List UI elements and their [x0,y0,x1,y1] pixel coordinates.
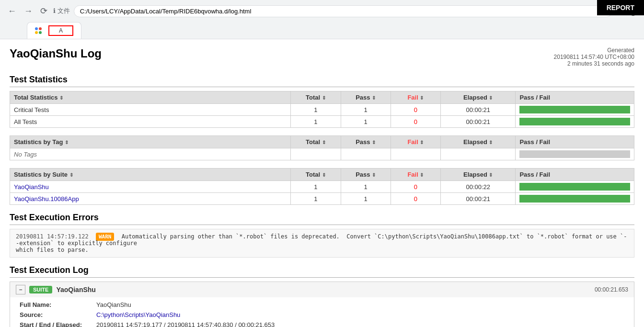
browser-chrome: ← → ⟳ ℹ 文件 ☆ ⚫ A [0,0,644,39]
table-row: YaoQianShu 1 1 0 00:00:22 [10,181,634,193]
active-tab[interactable]: A [27,22,81,39]
collapse-button[interactable]: − [16,285,25,294]
suite-table-header-fail[interactable]: Fail ⇕ [391,169,440,181]
elapsed-label: Start / End / Elapsed: [20,321,96,327]
execution-errors-heading: Test Execution Errors [10,213,634,225]
suite-badge: SUITE [29,286,52,293]
suite-link[interactable]: YaoQianShu.10086App [14,195,79,203]
report-button[interactable]: REPORT [597,0,644,15]
suite-table-header-elapsed[interactable]: Elapsed ⇕ [441,169,516,181]
no-tags-label: No Tags [10,148,291,160]
table-row: All Tests 1 1 0 00:00:21 [10,116,634,128]
row-pass: 1 [341,181,391,193]
tag-table-header-name[interactable]: Statistics by Tag ⇕ [10,136,291,148]
detail-elapsed: Start / End / Elapsed: 20190811 14:57:19… [20,321,624,327]
page-title-area: YaoQianShu Log Generated 20190811 14:57:… [10,47,634,67]
row-total: 1 [291,104,341,116]
table-row: YaoQianShu.10086App 1 1 0 00:00:21 [10,193,634,205]
tab-title: A [59,27,63,34]
row-total: 1 [291,116,341,128]
row-name: Critical Tests [10,104,291,116]
tag-table-header-pass[interactable]: Pass ⇕ [341,136,391,148]
forward-button[interactable]: → [22,4,34,18]
fullname-label: Full Name: [20,301,96,308]
suite-block: − SUITE YaoQianShu 00:00:21.653 Full Nam… [10,282,634,327]
tab-search-box[interactable]: A [48,25,73,36]
security-icon: ℹ 文件 [53,7,70,15]
source-link[interactable]: C:\python\Scripts\YaoQianShu [96,311,180,318]
address-bar[interactable] [80,8,606,15]
reload-button[interactable]: ⟳ [38,4,49,18]
row-passbar [516,181,634,193]
total-table-header-elapsed[interactable]: Elapsed ⇕ [441,91,516,104]
row-total: 1 [291,193,341,205]
suite-header: − SUITE YaoQianShu 00:00:21.653 [10,282,634,297]
detail-fullname: Full Name: YaoQianShu [20,301,624,308]
no-tags-bar [519,150,630,158]
row-pass: 1 [341,104,391,116]
tag-statistics-table: Statistics by Tag ⇕ Total ⇕ Pass ⇕ Fail … [10,135,634,160]
row-elapsed: 00:00:22 [441,181,516,193]
row-total: 1 [291,181,341,193]
row-pass: 1 [341,193,391,205]
suite-statistics-table: Statistics by Suite ⇕ Total ⇕ Pass ⇕ Fai… [10,168,634,205]
fullname-value: YaoQianShu [96,301,131,308]
row-fail: 0 [391,116,440,128]
suite-link[interactable]: YaoQianShu [14,183,49,191]
suite-name: YaoQianShu [56,286,95,293]
tab-bar: A [0,22,644,39]
row-fail: 0 [391,181,440,193]
tag-table-header-total[interactable]: Total ⇕ [291,136,341,148]
browser-toolbar: ← → ⟳ ℹ 文件 ☆ ⚫ [0,0,644,22]
errors-container: 20190811 14:57:19.122 WARN Automatically… [10,229,634,258]
elapsed-value: 20190811 14:57:19.177 / 20190811 14:57:4… [96,321,275,327]
suite-table-header-pass[interactable]: Pass ⇕ [341,169,391,181]
error-entry: 20190811 14:57:19.122 WARN Automatically… [10,229,634,258]
suite-header-left: − SUITE YaoQianShu [16,285,96,294]
generated-ago: 2 minutes 31 seconds ago [554,60,634,67]
suite-table-header-name[interactable]: Statistics by Suite ⇕ [10,169,291,181]
table-row: Critical Tests 1 1 0 00:00:21 [10,104,634,116]
row-elapsed: 00:00:21 [441,104,516,116]
generated-time: 20190811 14:57:40 UTC+08:00 [554,54,634,60]
generated-info: Generated 20190811 14:57:40 UTC+08:00 2 … [554,47,634,67]
total-table-header-passbar: Pass / Fail [516,91,634,104]
row-fail: 0 [391,104,440,116]
row-pass: 1 [341,116,391,128]
suite-time: 00:00:21.653 [595,286,628,293]
back-button[interactable]: ← [6,4,18,18]
tag-table-header-elapsed[interactable]: Elapsed ⇕ [441,136,516,148]
execution-log-heading: Test Execution Log [10,265,634,278]
source-label: Source: [20,311,96,318]
tag-table-header-passbar: Pass / Fail [516,136,634,148]
row-passbar [516,116,634,128]
test-statistics-heading: Test Statistics [10,75,634,87]
page-title: YaoQianShu Log [10,47,102,60]
log-container: − SUITE YaoQianShu 00:00:21.653 Full Nam… [10,282,634,327]
total-statistics-table: Total Statistics ⇕ Total ⇕ Pass ⇕ Fail ⇕… [10,91,634,128]
row-passbar [516,104,634,116]
total-table-header-fail[interactable]: Fail ⇕ [391,91,440,104]
row-elapsed: 00:00:21 [441,116,516,128]
detail-source: Source: C:\python\Scripts\YaoQianShu [20,311,624,318]
row-passbar [516,193,634,205]
error-timestamp: 20190811 14:57:19.122 [16,233,89,240]
favicon [35,27,45,34]
generated-label: Generated [554,47,634,54]
suite-table-header-passbar: Pass / Fail [516,169,634,181]
row-name: YaoQianShu.10086App [10,193,291,205]
row-name: YaoQianShu [10,181,291,193]
page-content: YaoQianShu Log Generated 20190811 14:57:… [0,39,644,327]
row-fail: 0 [391,193,440,205]
suite-details: Full Name: YaoQianShu Source: C:\python\… [10,297,634,327]
tag-table-header-fail[interactable]: Fail ⇕ [391,136,440,148]
total-table-header-pass[interactable]: Pass ⇕ [341,91,391,104]
suite-table-header-total[interactable]: Total ⇕ [291,169,341,181]
row-name: All Tests [10,116,291,128]
no-tags-row: No Tags [10,148,634,160]
address-bar-container[interactable] [74,5,612,17]
total-table-header-name[interactable]: Total Statistics ⇕ [10,91,291,104]
row-elapsed: 00:00:21 [441,193,516,205]
total-table-header-total[interactable]: Total ⇕ [291,91,341,104]
